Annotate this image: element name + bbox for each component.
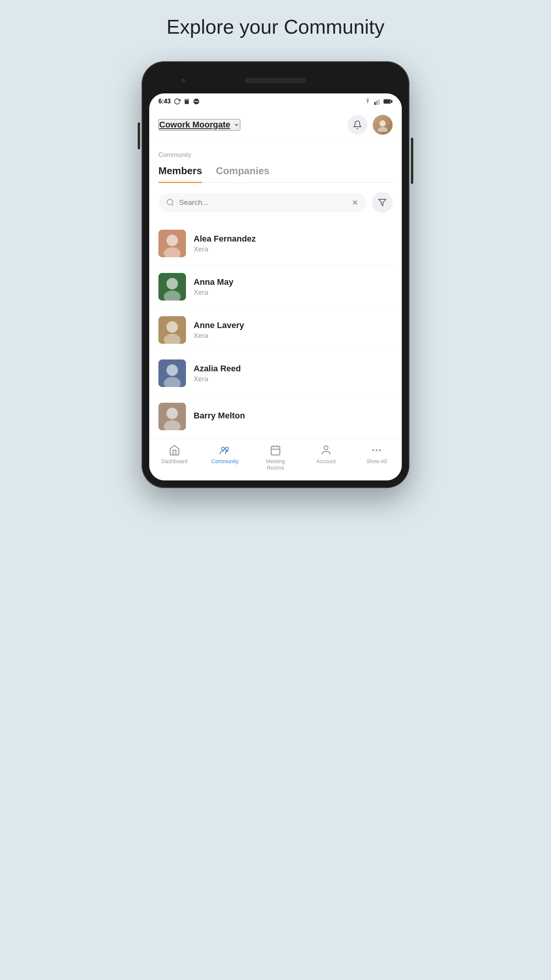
phone-speaker (245, 78, 306, 83)
no-disturb-icon (193, 98, 200, 105)
member-info: Barry Melton (194, 411, 393, 422)
list-item[interactable]: Anne Lavery Xera (158, 309, 393, 352)
clear-icon[interactable] (351, 199, 359, 206)
workspace-name-text: Cowork Moorgate (159, 120, 230, 130)
member-avatar (158, 403, 186, 430)
svg-point-32 (166, 408, 178, 419)
tab-companies[interactable]: Companies (216, 165, 269, 182)
page-wrapper: Explore your Community 6:43 (119, 15, 432, 488)
member-info: Azalia Reed Xera (194, 364, 393, 383)
wifi-icon (364, 98, 372, 105)
phone-top-bar (149, 69, 402, 92)
avatar-placeholder (376, 118, 390, 132)
svg-point-34 (222, 447, 225, 450)
member-company: Xera (194, 332, 393, 340)
svg-point-20 (166, 235, 178, 246)
status-left: 6:43 (158, 98, 200, 105)
page-title: Explore your Community (166, 15, 384, 38)
status-time: 6:43 (158, 98, 171, 105)
bell-icon (353, 120, 362, 129)
nav-item-meeting-rooms[interactable]: Meeting Rooms (250, 444, 301, 471)
svg-rect-36 (271, 446, 280, 455)
nav-item-show-all[interactable]: Show All (351, 444, 402, 471)
nav-label-account: Account (316, 458, 336, 465)
svg-point-26 (166, 321, 178, 333)
search-input[interactable] (179, 198, 347, 207)
nav-label-dashboard: Dashboard (161, 458, 188, 465)
svg-point-14 (167, 199, 173, 205)
battery-icon (383, 99, 393, 104)
front-camera (180, 77, 187, 84)
nav-item-dashboard[interactable]: Dashboard (149, 444, 200, 471)
signal-icon (374, 98, 381, 105)
person-icon (320, 444, 332, 456)
svg-point-40 (324, 446, 328, 450)
chevron-down-icon (233, 122, 240, 128)
user-avatar-img (373, 115, 393, 135)
list-item[interactable]: Barry Melton (158, 395, 393, 438)
avatar-placeholder (158, 359, 186, 387)
svg-point-23 (166, 278, 178, 289)
member-name: Barry Melton (194, 411, 393, 421)
avatar-placeholder (158, 403, 186, 430)
svg-rect-7 (376, 101, 378, 105)
member-list: Alea Fernandez Xera (158, 222, 393, 438)
filter-button[interactable] (372, 192, 393, 213)
nav-label-meeting-rooms: Meeting Rooms (266, 458, 285, 471)
member-avatar (158, 230, 186, 257)
svg-rect-11 (384, 100, 390, 103)
member-company: Xera (194, 375, 393, 383)
svg-point-41 (372, 449, 374, 451)
workspace-selector[interactable]: Cowork Moorgate (158, 119, 240, 131)
avatar-placeholder (158, 316, 186, 344)
search-box (158, 193, 367, 212)
calendar-icon (270, 444, 281, 456)
sd-card-icon (184, 98, 190, 105)
status-right (364, 98, 393, 105)
nav-item-account[interactable]: Account (301, 444, 351, 471)
ellipsis-icon (371, 444, 382, 456)
list-item[interactable]: Alea Fernandez Xera (158, 222, 393, 265)
member-name: Alea Fernandez (194, 234, 393, 244)
member-name: Anna May (194, 277, 393, 287)
main-content: Community Members Companies (149, 142, 402, 438)
svg-marker-18 (379, 199, 386, 206)
list-item[interactable]: Azalia Reed Xera (158, 352, 393, 395)
community-icon (218, 444, 231, 456)
nav-label-show-all: Show All (366, 458, 387, 465)
tab-members[interactable]: Members (158, 165, 202, 182)
bottom-nav: Dashboard Community Meeting Rooms (149, 438, 402, 480)
svg-rect-10 (391, 100, 392, 102)
member-company: Xera (194, 289, 393, 297)
member-name: Anne Lavery (194, 320, 393, 330)
member-info: Anna May Xera (194, 277, 393, 297)
notifications-button[interactable] (347, 115, 367, 135)
member-avatar (158, 316, 186, 344)
member-avatar (158, 273, 186, 301)
section-label: Community (158, 142, 393, 159)
svg-point-42 (376, 449, 378, 451)
power-button (411, 138, 413, 184)
svg-point-43 (379, 449, 381, 451)
member-info: Alea Fernandez Xera (194, 234, 393, 253)
search-row (158, 183, 393, 222)
avatar-placeholder (158, 273, 186, 301)
svg-rect-8 (378, 99, 380, 105)
volume-button (138, 122, 140, 149)
phone-shell: 6:43 Cowork Moorgate (142, 61, 409, 488)
refresh-icon (174, 98, 181, 105)
member-avatar (158, 359, 186, 387)
status-bar: 6:43 (149, 93, 402, 108)
member-info: Anne Lavery Xera (194, 320, 393, 340)
svg-rect-6 (374, 102, 376, 105)
nav-item-community[interactable]: Community (200, 444, 250, 471)
member-name: Azalia Reed (194, 364, 393, 374)
member-company: Xera (194, 245, 393, 253)
user-avatar-button[interactable] (373, 115, 393, 135)
svg-point-12 (380, 120, 386, 126)
svg-point-35 (225, 447, 228, 450)
header-actions (347, 115, 393, 135)
list-item[interactable]: Anna May Xera (158, 265, 393, 309)
avatar-placeholder (158, 230, 186, 257)
tabs-container: Members Companies (158, 165, 393, 183)
